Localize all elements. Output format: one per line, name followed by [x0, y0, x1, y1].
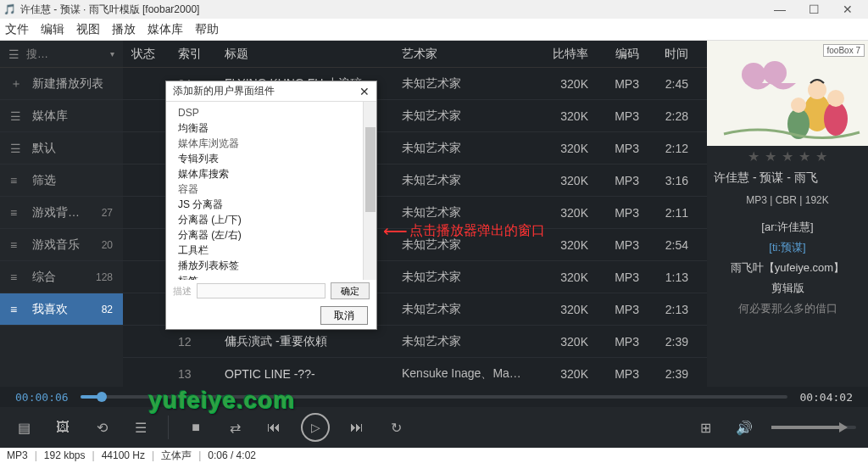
- hamburger-icon: ☰: [8, 47, 19, 61]
- dialog-item-album-list[interactable]: 专辑列表: [178, 151, 368, 166]
- rating-stars[interactable]: ★ ★ ★ ★ ★: [707, 146, 868, 166]
- titlebar: 🎵 许佳慧 - 预谋 · 雨飞叶模版 [foobar2000] — ☐ ✕: [0, 0, 868, 19]
- menu-library[interactable]: 媒体库: [147, 22, 183, 37]
- dialog-item-lib-search[interactable]: 媒体库搜索: [178, 166, 368, 181]
- table-row[interactable]: 13OPTIC LINE -??-Kensuke Inage、Ma…320KMP…: [123, 358, 707, 387]
- dialog-desc-input[interactable]: [197, 283, 326, 298]
- dialog-item-toolbar[interactable]: 工具栏: [178, 243, 368, 258]
- window-title: 许佳慧 - 预谋 · 雨飞叶模版 [foobar2000]: [20, 3, 763, 17]
- now-playing-info: MP3 | CBR | 192K: [707, 190, 868, 210]
- stop-button[interactable]: ■: [184, 416, 208, 439]
- svg-point-2: [763, 61, 787, 85]
- arrow-left-icon: ⟵: [383, 220, 406, 241]
- dialog-list[interactable]: DSP 均衡器 媒体库浏览器 专辑列表 媒体库搜索 容器 JS 分离器 分离器 …: [166, 102, 376, 280]
- dialog-item-splitter-v[interactable]: 分离器 (上/下): [178, 212, 368, 227]
- sidebar-item-label: 筛选: [32, 173, 104, 188]
- time-elapsed: 00:00:06: [15, 391, 69, 404]
- menu-view[interactable]: 视图: [76, 22, 100, 37]
- cell-time: 1:13: [639, 271, 698, 284]
- menu-edit[interactable]: 编辑: [41, 22, 64, 37]
- dialog-item-splitter-h[interactable]: 分离器 (左/右): [178, 227, 368, 243]
- sidebar: ☰ 搜… ▾ ＋新建播放列表☰媒体库☰默认≡筛选≡游戏背…27≡游戏音乐20≡综…: [0, 41, 123, 387]
- cell-bitrate: 320K: [529, 109, 588, 123]
- refresh-button[interactable]: ⟲: [90, 416, 114, 439]
- cell-time: 2:39: [639, 367, 698, 381]
- play-button[interactable]: ▷: [301, 413, 330, 442]
- close-button[interactable]: ✕: [831, 0, 865, 19]
- dialog-item-playlist-tabs[interactable]: 播放列表标签: [178, 258, 368, 273]
- cell-artist: Kensuke Inage、Ma…: [402, 366, 529, 382]
- col-status[interactable]: 状态: [131, 47, 178, 62]
- settings-button[interactable]: ⊞: [693, 416, 717, 439]
- sidebar-item[interactable]: ☰默认: [0, 132, 123, 165]
- menu-playback[interactable]: 播放: [112, 22, 136, 37]
- cell-time: 2:45: [639, 77, 698, 91]
- sidebar-item[interactable]: ≡游戏音乐20: [0, 229, 123, 261]
- sidebar-item[interactable]: ☰媒体库: [0, 100, 123, 132]
- cell-time: 2:54: [639, 238, 698, 252]
- volume-slider[interactable]: [771, 426, 856, 429]
- sidebar-item-label: 新建播放列表: [32, 76, 104, 92]
- cell-time: 2:39: [639, 335, 698, 349]
- shuffle-button[interactable]: ⇄: [223, 416, 247, 439]
- cell-time: 2:12: [639, 142, 698, 155]
- sidebar-item[interactable]: ≡综合128: [0, 261, 123, 293]
- dialog-item-tab[interactable]: 标签: [178, 273, 368, 280]
- sidebar-item[interactable]: ≡我喜欢82: [0, 293, 123, 326]
- repeat-button[interactable]: ↻: [384, 416, 408, 439]
- menu-help[interactable]: 帮助: [195, 22, 219, 37]
- separator: [168, 416, 169, 439]
- list-icon: ≡: [10, 303, 24, 316]
- maximize-button[interactable]: ☐: [797, 0, 831, 19]
- dialog-item-js-splitter[interactable]: JS 分离器: [178, 197, 368, 212]
- menubar: 文件 编辑 视图 播放 媒体库 帮助: [0, 19, 868, 41]
- image-button[interactable]: 🖼: [51, 416, 75, 439]
- cell-artist: 未知艺术家: [402, 173, 529, 188]
- prev-button[interactable]: ⏮: [262, 416, 286, 439]
- sidebar-item-label: 媒体库: [32, 109, 104, 124]
- cell-artist: 未知艺术家: [402, 109, 529, 124]
- menu-file[interactable]: 文件: [5, 22, 29, 37]
- sidebar-item-count: 20: [102, 239, 113, 251]
- controls-bar: ▤ 🖼 ⟲ ☰ ■ ⇄ ⏮ ▷ ⏭ ↻ ⊞ 🔊: [0, 407, 868, 448]
- sidebar-item-count: 27: [102, 207, 113, 219]
- sidebar-item[interactable]: ≡游戏背…27: [0, 197, 123, 229]
- cell-title: OPTIC LINE -??-: [225, 367, 402, 381]
- minimize-button[interactable]: —: [763, 0, 797, 19]
- sidebar-item[interactable]: ≡筛选: [0, 165, 123, 197]
- col-title[interactable]: 标题: [225, 47, 402, 62]
- dialog-item-equalizer[interactable]: 均衡器: [178, 120, 368, 136]
- cell-codec: MP3: [588, 238, 639, 252]
- star-icon[interactable]: ★: [765, 148, 776, 165]
- volume-icon[interactable]: 🔊: [732, 416, 756, 439]
- star-icon[interactable]: ★: [815, 148, 827, 165]
- col-codec[interactable]: 编码: [588, 47, 639, 62]
- sidebar-item[interactable]: ＋新建播放列表: [0, 68, 123, 100]
- sidebar-search[interactable]: ☰ 搜… ▾: [0, 41, 123, 68]
- list-icon: ☰: [10, 142, 24, 155]
- list-icon: ≡: [10, 271, 24, 284]
- star-icon[interactable]: ★: [782, 148, 793, 165]
- lyric-line: 何必要那么多的借口: [714, 298, 861, 319]
- svg-point-6: [827, 90, 844, 107]
- star-icon[interactable]: ★: [748, 148, 760, 165]
- cell-codec: MP3: [588, 206, 639, 220]
- sidebar-item-label: 游戏背…: [32, 205, 93, 220]
- col-index[interactable]: 索引: [178, 47, 225, 62]
- dialog-scrollbar[interactable]: [363, 102, 376, 280]
- table-row[interactable]: 12傭兵演武 -重要依頼未知艺术家320KMP32:39: [123, 326, 707, 358]
- time-total: 00:04:02: [799, 391, 853, 404]
- col-artist[interactable]: 艺术家: [402, 47, 529, 62]
- menu-button[interactable]: ☰: [129, 416, 153, 439]
- col-time[interactable]: 时间: [639, 47, 698, 62]
- dialog-ok-button[interactable]: 确定: [331, 282, 370, 299]
- seekbar-knob[interactable]: [97, 392, 107, 402]
- playlist-button[interactable]: ▤: [12, 416, 36, 439]
- col-bitrate[interactable]: 比特率: [529, 47, 588, 62]
- lyric-artist: [ar:许佳慧]: [714, 217, 861, 237]
- dialog-cancel-button[interactable]: 取消: [320, 306, 368, 325]
- next-button[interactable]: ⏭: [345, 416, 369, 439]
- dialog-close-button[interactable]: ✕: [359, 85, 370, 98]
- star-icon[interactable]: ★: [798, 148, 810, 165]
- dialog-category-media-browser: 媒体库浏览器: [178, 136, 368, 151]
